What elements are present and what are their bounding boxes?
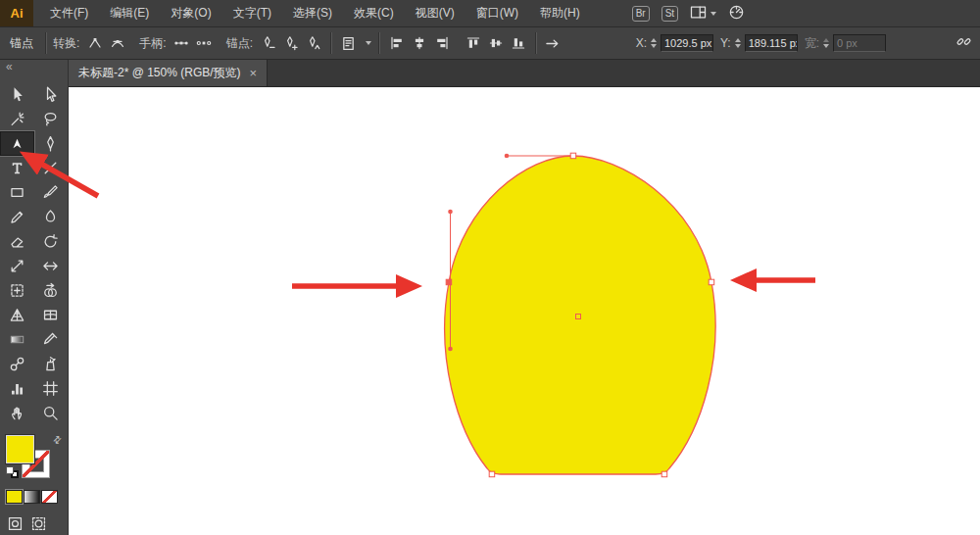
align-bottom-button[interactable]: [508, 33, 528, 54]
canvas[interactable]: [69, 87, 980, 535]
mode-normal-icon: [7, 515, 24, 532]
menu-item-8[interactable]: 帮助(H): [529, 0, 591, 26]
link-dimensions-icon[interactable]: [956, 33, 972, 53]
y-label: Y:: [720, 36, 731, 50]
convert-corner-button[interactable]: [84, 33, 105, 54]
anchor-delete-icon: [261, 35, 276, 51]
x-input[interactable]: 1029.5 px: [661, 34, 713, 52]
rotate-icon: [42, 233, 59, 250]
menu-item-6[interactable]: 视图(V): [405, 0, 466, 26]
handle-dot[interactable]: [505, 154, 510, 159]
menu-item-0[interactable]: 文件(F): [39, 0, 99, 26]
fill-swatch[interactable]: [6, 435, 34, 463]
align-left-button[interactable]: [386, 33, 407, 54]
tool-anchor-point[interactable]: [0, 131, 34, 156]
tool-magic-wand[interactable]: [0, 107, 34, 131]
tool-width[interactable]: [34, 254, 69, 278]
perspective-grid-icon: [9, 307, 25, 323]
tool-zoom[interactable]: [34, 401, 69, 425]
tool-artboard[interactable]: [34, 376, 69, 401]
gradient-button[interactable]: [24, 490, 40, 504]
tool-eraser[interactable]: [0, 229, 34, 254]
anchor-point-left[interactable]: [446, 279, 452, 285]
tool-pen[interactable]: [34, 131, 69, 156]
bridge-button[interactable]: Br: [632, 6, 650, 22]
document-tab-bar: 未标题-2* @ 150% (RGB/预览) ×: [69, 60, 980, 87]
workspace-switcher[interactable]: [690, 4, 716, 24]
tab-close-icon[interactable]: ×: [250, 67, 258, 79]
anchor-cut-icon: [306, 35, 321, 51]
zoom-icon: [42, 405, 59, 421]
align-top-button[interactable]: [463, 33, 483, 54]
isolate-button[interactable]: [338, 33, 359, 54]
width-stepper[interactable]: [823, 38, 829, 48]
anchor-add-button[interactable]: [280, 33, 301, 54]
tool-mesh[interactable]: [34, 303, 69, 327]
tool-blend[interactable]: [0, 352, 34, 376]
anchors-group: 锚点:: [226, 33, 323, 54]
tool-lasso[interactable]: [34, 107, 69, 131]
color-button[interactable]: [6, 490, 23, 504]
stock-button[interactable]: St: [662, 6, 678, 22]
handles-hide-button[interactable]: [194, 33, 215, 54]
tool-free-transform[interactable]: [0, 278, 34, 303]
anchor-point-bottom-right[interactable]: [662, 471, 667, 477]
direct-selection-icon: [42, 86, 59, 103]
convert-smooth-button[interactable]: [107, 33, 127, 54]
tool-rotate[interactable]: [34, 229, 69, 254]
none-button[interactable]: [41, 490, 58, 504]
align-v-center-button[interactable]: [485, 33, 506, 54]
draw-normal-icon[interactable]: [7, 515, 24, 535]
swap-fill-stroke-icon[interactable]: ⇄: [50, 433, 64, 447]
align-h-center-button[interactable]: [409, 33, 429, 54]
balloon-shape[interactable]: [445, 156, 715, 474]
default-colors-icon[interactable]: [6, 466, 22, 479]
y-input[interactable]: 189.115 px: [745, 34, 798, 52]
align-right-button[interactable]: [431, 33, 452, 54]
handles-show-button[interactable]: [172, 33, 192, 54]
handle-dot[interactable]: [448, 210, 453, 215]
tool-eyedropper[interactable]: [34, 327, 69, 352]
anchor-point-bottom-left[interactable]: [489, 471, 495, 477]
handle-dot[interactable]: [448, 347, 453, 352]
align-bottom-icon: [511, 35, 526, 51]
menu-item-7[interactable]: 窗口(W): [466, 0, 529, 26]
width-input[interactable]: 0 px: [833, 34, 886, 52]
anchor-point-top[interactable]: [570, 153, 576, 159]
chain-icon: [956, 33, 972, 50]
x-stepper[interactable]: [651, 38, 657, 48]
tool-paintbrush[interactable]: [34, 180, 69, 205]
tool-line-segment[interactable]: [34, 156, 69, 180]
anchor-delete-button[interactable]: [258, 33, 278, 54]
tool-pencil[interactable]: [0, 205, 34, 229]
menu-item-5[interactable]: 效果(C): [343, 0, 405, 26]
draw-behind-icon[interactable]: [30, 515, 47, 535]
separator: [45, 32, 46, 54]
anchor-controls: 转换:手柄:锚点:: [53, 33, 323, 54]
tool-shape-builder[interactable]: [34, 278, 69, 303]
tool-symbol-sprayer[interactable]: [34, 352, 69, 376]
workspace-icon: [690, 4, 707, 21]
tool-rectangle[interactable]: [0, 180, 34, 205]
tool-gradient[interactable]: [0, 327, 34, 352]
tool-scale[interactable]: [0, 254, 34, 278]
toolbar-collapse-button[interactable]: «: [0, 60, 68, 74]
menu-item-2[interactable]: 对象(O): [160, 0, 221, 26]
anchor-point-right[interactable]: [709, 279, 714, 285]
menu-item-1[interactable]: 编辑(E): [99, 0, 160, 26]
tool-column-graph[interactable]: [0, 376, 34, 401]
menu-item-3[interactable]: 文字(T): [222, 0, 282, 26]
tool-type[interactable]: [0, 156, 34, 180]
document-tab[interactable]: 未标题-2* @ 150% (RGB/预览) ×: [69, 60, 268, 86]
tools-panel: « ⇄: [0, 60, 69, 535]
tool-perspective-grid[interactable]: [0, 303, 34, 327]
gauge-icon[interactable]: [728, 4, 745, 24]
tool-hand[interactable]: [0, 401, 34, 425]
tool-blob-brush[interactable]: [34, 205, 69, 229]
menu-item-4[interactable]: 选择(S): [282, 0, 343, 26]
tool-selection[interactable]: [0, 82, 34, 107]
transform-ref-button[interactable]: [543, 33, 564, 54]
y-stepper[interactable]: [735, 38, 741, 48]
anchor-cut-button[interactable]: [303, 33, 323, 54]
tool-direct-selection[interactable]: [34, 82, 69, 107]
